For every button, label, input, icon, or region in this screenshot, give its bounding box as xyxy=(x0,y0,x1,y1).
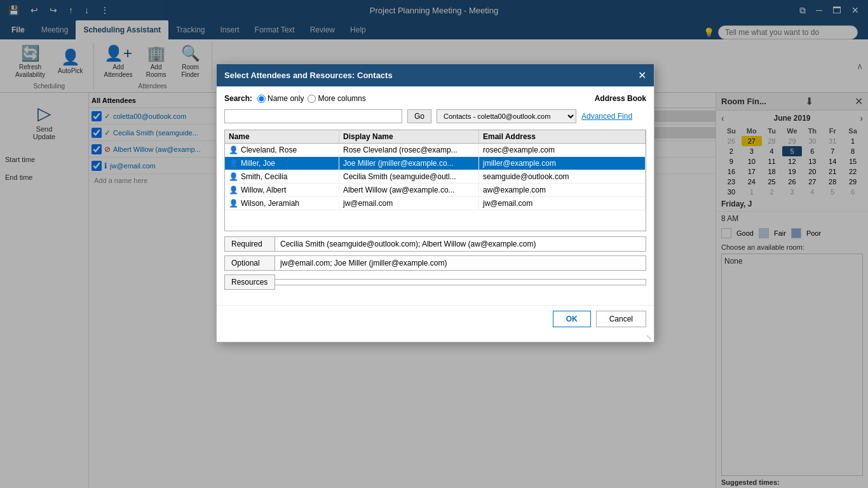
contact-name-miller: 👤 Miller, Joe xyxy=(225,157,339,170)
contact-name-text-cleveland: Cleveland, Rose xyxy=(241,146,297,154)
contact-row-wilson[interactable]: 👤 Wilson, Jeramiah jw@email.com jw@email… xyxy=(225,197,646,210)
modal-footer: OK Cancel xyxy=(217,305,654,332)
contact-icon-willow: 👤 xyxy=(229,186,238,194)
address-book-select[interactable]: Contacts - coletta00@outlook.com xyxy=(437,109,576,123)
contact-row-cleveland[interactable]: 👤 Cleveland, Rose Rose Cleveland (rosec@… xyxy=(225,144,646,157)
search-label: Search: xyxy=(224,94,252,103)
radio-more-columns-text: More columns xyxy=(318,94,365,103)
contact-name-text-wilson: Wilson, Jeramiah xyxy=(241,199,299,208)
search-row: Search: Name only More columns Address B… xyxy=(224,94,646,103)
attendees-section: Required Cecilia Smith (seamguide@outloo… xyxy=(224,236,646,290)
contact-display-miller: Joe Miller (jmiller@example.co... xyxy=(339,157,479,170)
contact-list: Name Display Name Email Address 👤 Clevel… xyxy=(224,130,646,231)
required-row: Required Cecilia Smith (seamguide@outloo… xyxy=(224,236,646,252)
select-attendees-modal: Select Attendees and Resources: Contacts… xyxy=(216,64,654,342)
radio-name-only[interactable] xyxy=(257,95,266,103)
contact-display-cleveland: Rose Cleveland (rosec@examp... xyxy=(339,144,479,156)
address-book-label: Address Book xyxy=(595,94,646,103)
contact-email-smith: seamguide@outlook.com xyxy=(479,170,646,183)
contact-icon-smith: 👤 xyxy=(229,172,238,181)
modal-title: Select Attendees and Resources: Contacts xyxy=(224,71,393,80)
contact-display-wilson: jw@email.com xyxy=(339,197,479,210)
cancel-button[interactable]: Cancel xyxy=(596,311,646,327)
col-header-name: Name xyxy=(225,130,339,143)
contact-display-willow: Albert Willow (aw@example.co... xyxy=(339,184,479,196)
contact-name-cleveland: 👤 Cleveland, Rose xyxy=(225,144,339,156)
optional-value: jw@email.com; Joe Miller (jmiller@exampl… xyxy=(275,255,646,271)
col-header-email: Email Address xyxy=(479,130,646,143)
contact-name-text-miller: Miller, Joe xyxy=(241,159,275,168)
search-input[interactable] xyxy=(224,109,402,123)
modal-close-button[interactable]: ✕ xyxy=(638,69,646,81)
resize-handle[interactable]: ⤡ xyxy=(217,332,654,342)
radio-more-columns-label[interactable]: More columns xyxy=(308,94,365,103)
col-header-display: Display Name xyxy=(339,130,479,143)
radio-name-only-text: Name only xyxy=(268,94,304,103)
radio-group: Name only More columns xyxy=(257,94,366,103)
search-input-row: Go Contacts - coletta00@outlook.com Adva… xyxy=(224,109,646,123)
contact-name-text-smith: Smith, Cecilia xyxy=(241,172,287,181)
go-button[interactable]: Go xyxy=(407,109,431,123)
radio-more-columns[interactable] xyxy=(308,95,316,103)
contact-row-willow[interactable]: 👤 Willow, Albert Albert Willow (aw@examp… xyxy=(225,184,646,197)
modal-body: Search: Name only More columns Address B… xyxy=(217,86,654,305)
resources-button[interactable]: Resources xyxy=(224,274,275,290)
resources-row: Resources xyxy=(224,274,646,290)
contact-name-text-willow: Willow, Albert xyxy=(241,186,286,194)
modal-header: Select Attendees and Resources: Contacts… xyxy=(217,64,654,86)
contact-row-miller[interactable]: 👤 Miller, Joe Joe Miller (jmiller@exampl… xyxy=(225,157,646,170)
advanced-find-link[interactable]: Advanced Find xyxy=(581,112,632,121)
contact-display-smith: Cecilia Smith (seamguide@outl... xyxy=(339,170,479,183)
optional-button[interactable]: Optional xyxy=(224,255,275,271)
required-button[interactable]: Required xyxy=(224,236,275,252)
contact-email-wilson: jw@email.com xyxy=(479,197,646,210)
contact-icon-cleveland: 👤 xyxy=(229,146,238,154)
radio-name-only-label[interactable]: Name only xyxy=(257,94,304,103)
contact-icon-miller: 👤 xyxy=(229,159,238,168)
modal-overlay: Select Attendees and Resources: Contacts… xyxy=(0,0,868,488)
contact-list-header: Name Display Name Email Address xyxy=(225,130,646,144)
contact-email-cleveland: rosec@example.com xyxy=(479,144,646,156)
contact-email-willow: aw@example.com xyxy=(479,184,646,196)
contact-email-miller: jmiller@example.com xyxy=(479,157,646,170)
contact-name-willow: 👤 Willow, Albert xyxy=(225,184,339,196)
contact-icon-wilson: 👤 xyxy=(229,199,238,208)
resources-value xyxy=(275,279,646,285)
contact-row-smith[interactable]: 👤 Smith, Cecilia Cecilia Smith (seamguid… xyxy=(225,170,646,184)
ok-button[interactable]: OK xyxy=(553,311,591,327)
contact-name-wilson: 👤 Wilson, Jeramiah xyxy=(225,197,339,210)
optional-row: Optional jw@email.com; Joe Miller (jmill… xyxy=(224,255,646,271)
contact-name-smith: 👤 Smith, Cecilia xyxy=(225,170,339,183)
required-value: Cecilia Smith (seamguide@outlook.com); A… xyxy=(275,236,646,252)
